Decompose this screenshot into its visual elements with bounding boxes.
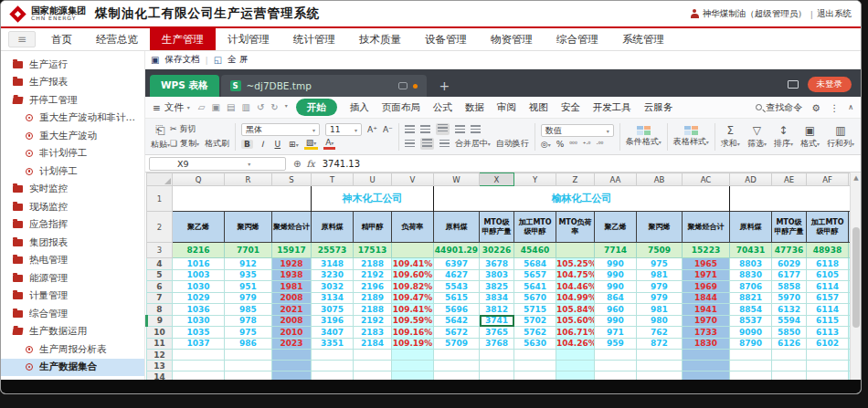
cell[interactable] bbox=[354, 350, 392, 361]
sidebar-item[interactable]: 热电管理 bbox=[1, 252, 144, 270]
undo-icon[interactable]: ↺ bbox=[257, 102, 264, 112]
wps-menu-7[interactable]: 安全 bbox=[561, 101, 580, 114]
new-tab-button[interactable]: + bbox=[439, 78, 450, 93]
wps-menu-4[interactable]: 数据 bbox=[465, 101, 484, 114]
cell[interactable]: 2189 bbox=[354, 292, 392, 304]
cell[interactable]: 990 bbox=[595, 315, 637, 327]
cell[interactable]: 5641 bbox=[514, 281, 556, 293]
column-header[interactable]: AB bbox=[637, 173, 683, 186]
cell[interactable]: 979 bbox=[225, 292, 272, 304]
cell[interactable]: 109.16% bbox=[392, 327, 434, 339]
cell[interactable]: 6115 bbox=[807, 315, 849, 327]
cell[interactable]: 6397 bbox=[434, 258, 480, 270]
field-header-cell[interactable]: 加工MTO级甲醇 bbox=[514, 212, 556, 243]
cell[interactable]: 981 bbox=[637, 269, 683, 281]
totals-cell[interactable]: 45460 bbox=[514, 243, 556, 258]
field-header-cell[interactable]: 聚丙烯 bbox=[637, 212, 683, 243]
cell[interactable] bbox=[637, 350, 683, 361]
cell[interactable]: 979 bbox=[637, 292, 683, 304]
cell[interactable]: 2196 bbox=[354, 281, 392, 293]
cell[interactable]: 109.41% bbox=[392, 258, 434, 270]
column-header[interactable]: V bbox=[392, 173, 434, 186]
cell[interactable]: 3803 bbox=[480, 269, 514, 281]
cell[interactable]: 3134 bbox=[312, 292, 354, 304]
percent-style-icon[interactable]: % bbox=[556, 140, 565, 149]
field-header-cell[interactable]: 负荷率 bbox=[392, 212, 434, 243]
cell[interactable]: 2192 bbox=[354, 315, 392, 327]
totals-cell[interactable]: 15917 bbox=[272, 243, 312, 258]
cell[interactable]: 3834 bbox=[480, 292, 514, 304]
borders-button[interactable]: ⊞▾ bbox=[289, 140, 299, 149]
hamburger-icon[interactable]: ≡ bbox=[8, 31, 36, 47]
cell[interactable]: 1003 bbox=[173, 269, 225, 281]
cell[interactable]: 1969 bbox=[683, 281, 730, 293]
column-header[interactable]: T bbox=[312, 173, 354, 186]
cell[interactable]: 5702 bbox=[514, 315, 556, 327]
font-color-button[interactable]: A▾ bbox=[323, 139, 335, 150]
cell[interactable]: 105.60% bbox=[556, 315, 595, 327]
cell[interactable]: 3825 bbox=[480, 281, 514, 293]
column-header[interactable]: Q bbox=[173, 173, 225, 186]
decimal-decrease-icon[interactable]: ·⁰⁰ bbox=[596, 141, 603, 148]
company-group-header[interactable] bbox=[173, 186, 312, 212]
cell[interactable] bbox=[225, 361, 272, 371]
company-group-header[interactable]: 新疆公司 bbox=[730, 186, 862, 212]
cell[interactable]: 5670 bbox=[514, 292, 556, 304]
sidebar-item[interactable]: 综合管理 bbox=[1, 305, 144, 323]
cell[interactable]: 1965 bbox=[683, 258, 730, 270]
cell[interactable] bbox=[312, 361, 354, 371]
cell[interactable]: 1970 bbox=[683, 315, 730, 327]
company-group-header[interactable]: 神木化工公司 bbox=[312, 186, 434, 212]
totals-cell[interactable]: 8216 bbox=[173, 243, 225, 258]
column-header[interactable]: AC bbox=[683, 173, 730, 186]
wps-menu-2[interactable]: 页面布局 bbox=[382, 101, 420, 114]
cell[interactable]: 1938 bbox=[272, 269, 312, 281]
totals-cell[interactable]: 44901.29 bbox=[434, 243, 480, 258]
totals-cell[interactable]: 30226 bbox=[480, 243, 514, 258]
cell[interactable]: 2021 bbox=[272, 304, 312, 316]
field-header-cell[interactable]: 精甲醇 bbox=[354, 212, 392, 243]
field-header-cell[interactable]: 聚烯烃合计 bbox=[683, 212, 730, 243]
wps-menu-8[interactable]: 开发工具 bbox=[593, 101, 631, 114]
column-header[interactable]: AA bbox=[595, 173, 637, 186]
sidebar-item[interactable]: 应急指挥 bbox=[1, 216, 144, 235]
paste-button[interactable]: ⎗ 粘贴▾ bbox=[151, 123, 170, 151]
wps-menu-5[interactable]: 审阅 bbox=[497, 101, 516, 114]
cell[interactable]: 6114 bbox=[807, 304, 849, 316]
italic-button[interactable]: I bbox=[259, 140, 267, 149]
cell[interactable]: 5709 bbox=[434, 338, 480, 350]
document-tab[interactable]: S ~dj7DBE.tmp bbox=[221, 75, 427, 97]
more-menu-icon[interactable]: ⋮ bbox=[830, 102, 840, 113]
cell[interactable] bbox=[637, 361, 683, 371]
cell[interactable]: 2188 bbox=[354, 304, 392, 316]
cell[interactable]: 109.47% bbox=[392, 292, 434, 304]
cell[interactable]: 3768 bbox=[480, 338, 514, 350]
font-name-select[interactable]: 黑体▾ bbox=[241, 123, 320, 136]
sidebar-item[interactable]: 实时监控 bbox=[1, 181, 144, 199]
cell[interactable]: 104.46% bbox=[556, 281, 595, 293]
format-button[interactable]: ▣ 格式▾ bbox=[800, 124, 820, 150]
conditional-format-button[interactable]: 条件格式▾ bbox=[626, 126, 662, 148]
cell[interactable]: 3678 bbox=[480, 258, 514, 270]
cell[interactable]: 105.84% bbox=[556, 304, 595, 316]
file-menu[interactable]: ≡ 文件 ▾ bbox=[153, 101, 190, 114]
cell[interactable]: 104.75% bbox=[556, 269, 595, 281]
cell[interactable] bbox=[312, 350, 354, 361]
cell[interactable]: 109.41% bbox=[392, 304, 434, 316]
rows-cols-button[interactable]: ▥ 行和列▾ bbox=[827, 124, 854, 150]
cell[interactable]: 2008 bbox=[272, 292, 312, 304]
cell[interactable]: 3230 bbox=[312, 269, 354, 281]
cell[interactable]: 9090 bbox=[730, 327, 772, 339]
column-header[interactable]: AF bbox=[807, 173, 849, 186]
cell[interactable] bbox=[683, 350, 730, 361]
wps-menu-1[interactable]: 插入 bbox=[350, 101, 369, 114]
more-tools-icon[interactable]: ▾ bbox=[285, 102, 288, 112]
cell[interactable]: 980 bbox=[637, 315, 683, 327]
field-header-cell[interactable]: 聚乙烯 bbox=[173, 212, 225, 243]
save-icon[interactable]: ▣ bbox=[212, 102, 220, 112]
nav-item-4[interactable]: 统计管理 bbox=[281, 28, 347, 50]
sidebar-item[interactable]: 生产数据运用 bbox=[1, 323, 144, 341]
redo-icon[interactable]: ↻ bbox=[270, 102, 278, 112]
cell[interactable]: 975 bbox=[225, 327, 272, 339]
row-header[interactable]: 2 bbox=[147, 212, 173, 243]
